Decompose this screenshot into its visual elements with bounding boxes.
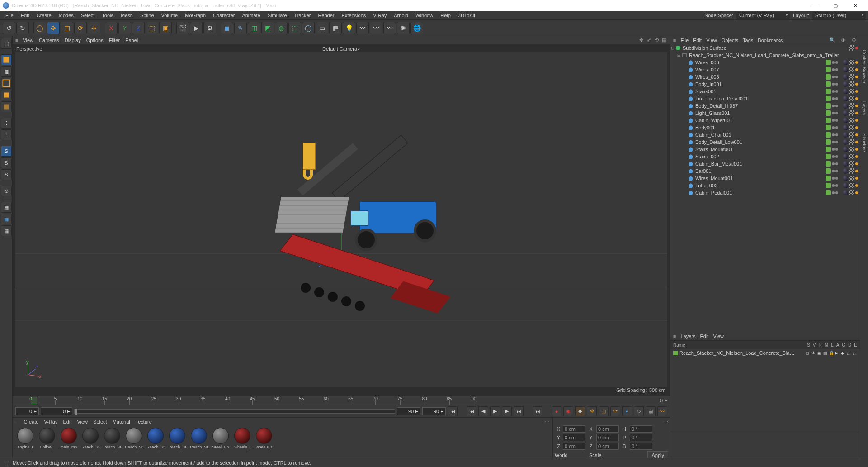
add-environment-button[interactable]: ◍ xyxy=(275,22,288,34)
vray-tag-icon[interactable] xyxy=(855,76,858,78)
obj-menu-view[interactable]: View xyxy=(706,38,717,43)
tree-row[interactable]: Light_Glass001 xyxy=(670,110,860,117)
tag-icon[interactable] xyxy=(849,45,854,51)
mat-menu-view[interactable]: View xyxy=(77,419,88,424)
menu-3dtoall[interactable]: 3DToAll xyxy=(454,12,479,19)
size-x-input[interactable]: 0 cm xyxy=(596,425,619,433)
menu-mograph[interactable]: MoGraph xyxy=(181,12,209,19)
undo-button[interactable]: ↺ xyxy=(3,22,15,34)
obj-menu-tags[interactable]: Tags xyxy=(743,38,753,43)
recent-tool[interactable]: ✢ xyxy=(88,22,100,34)
tree-row[interactable]: Tire_Traction_Detail001 xyxy=(670,95,860,102)
uvw-tag-icon[interactable] xyxy=(849,176,854,181)
live-select-tool[interactable]: ◯ xyxy=(33,22,46,34)
add-deformer-button[interactable]: ◩ xyxy=(261,22,274,34)
material-tag-icon[interactable] xyxy=(843,139,848,145)
add-cube-button[interactable]: ◼ xyxy=(221,22,233,34)
om-search-icon[interactable]: 🔍 xyxy=(829,37,835,43)
vp-pan-icon[interactable]: ✥ xyxy=(638,37,644,43)
uvw-tag-icon[interactable] xyxy=(849,103,854,109)
add-volume-button[interactable]: ▦ xyxy=(329,22,342,34)
layer-tag-icon[interactable] xyxy=(826,176,831,181)
viewport[interactable]: Perspective Default Camera✶ xyxy=(13,44,670,396)
uvw-tag-icon[interactable] xyxy=(849,168,854,174)
gear-button[interactable]: ✺ xyxy=(397,22,410,34)
layer-tag-icon[interactable] xyxy=(826,67,831,72)
vp-menu-cameras[interactable]: Cameras xyxy=(39,38,59,43)
grid-button-2[interactable]: ▦ xyxy=(1,225,12,236)
material-tag-icon[interactable] xyxy=(843,67,848,72)
uvw-tag-icon[interactable] xyxy=(849,161,854,167)
object-tree[interactable]: ⊟Subdivision Surface⊟Reach_Stacker_NC_Ni… xyxy=(670,44,860,332)
menu-render[interactable]: Render xyxy=(314,12,338,19)
layer-menu-layers[interactable]: Layers xyxy=(680,334,695,339)
tab-structure[interactable]: Structure xyxy=(862,133,867,152)
vray-tag-icon[interactable] xyxy=(855,126,858,129)
autokey-button[interactable]: ◉ xyxy=(563,406,573,416)
frame-start-input[interactable]: 0 F xyxy=(15,407,39,415)
uvw-tag-icon[interactable] xyxy=(849,154,854,159)
vp-zoom-icon[interactable]: ⤢ xyxy=(646,37,652,43)
layer-tag-icon[interactable] xyxy=(826,139,831,145)
layer-flag-l[interactable]: 🔒 xyxy=(829,351,834,355)
uvw-tag-icon[interactable] xyxy=(849,60,854,65)
vray-tag-icon[interactable] xyxy=(855,68,858,71)
vp-menu-display[interactable]: Display xyxy=(65,38,81,43)
rot-h-input[interactable]: 0 ° xyxy=(630,425,652,433)
tree-row[interactable]: Body_Detail_Low001 xyxy=(670,138,860,146)
tree-row[interactable]: ⊟Reach_Stacker_NC_Nielsen_Load_Concrete_… xyxy=(670,52,860,59)
tree-row[interactable]: Stairs_002 xyxy=(670,153,860,160)
layer-menu-view[interactable]: View xyxy=(713,334,724,339)
scale-tool[interactable]: ◫ xyxy=(61,22,73,34)
edges-mode-button[interactable]: └ xyxy=(1,129,12,140)
menu-tools[interactable]: Tools xyxy=(98,12,117,19)
menu-v-ray[interactable]: V-Ray xyxy=(369,12,390,19)
material-tag-icon[interactable] xyxy=(843,96,848,101)
vray-tag-icon[interactable] xyxy=(855,177,858,180)
key-scale-button[interactable]: ◫ xyxy=(599,406,609,416)
material-tag-icon[interactable] xyxy=(843,103,848,109)
uvw-tag-icon[interactable] xyxy=(849,147,854,152)
tree-row[interactable]: Cabin_Wiper001 xyxy=(670,117,860,124)
goto-start-button[interactable]: ⏮ xyxy=(448,406,458,416)
menu-animate[interactable]: Animate xyxy=(238,12,264,19)
layer-tag-icon[interactable] xyxy=(826,168,831,174)
material-item[interactable]: wheels_r xyxy=(254,428,274,456)
menu-mesh[interactable]: Mesh xyxy=(117,12,137,19)
render-region-button[interactable]: ▶ xyxy=(190,22,203,34)
mat-menu-texture[interactable]: Texture xyxy=(136,419,152,424)
make-editable-button[interactable]: ⬚ xyxy=(1,38,12,49)
layer-row[interactable]: Reach_Stacker_NC_Nielsen_Load_Concrete_S… xyxy=(670,349,860,357)
vp-orbit-icon[interactable]: ⟲ xyxy=(653,37,660,43)
menu-help[interactable]: Help xyxy=(437,12,454,19)
tab-content-browser[interactable]: Content Browser xyxy=(862,50,867,83)
key-param-button[interactable]: P xyxy=(622,406,632,416)
uvw-tag-icon[interactable] xyxy=(849,110,854,116)
material-item[interactable]: wheels_l xyxy=(232,428,252,456)
layer-tag-icon[interactable] xyxy=(826,74,831,80)
render-settings-button[interactable]: ⚙ xyxy=(203,22,216,34)
layer-tag-icon[interactable] xyxy=(826,183,831,188)
layer-tag-icon[interactable] xyxy=(826,147,831,152)
vp-layout-icon[interactable]: ▦ xyxy=(661,37,667,43)
material-item[interactable]: Reach_St xyxy=(189,428,209,456)
layer-tag-icon[interactable] xyxy=(826,81,831,87)
vray-tag-icon[interactable] xyxy=(855,90,858,93)
tree-row[interactable]: Body001 xyxy=(670,124,860,131)
uvw-tag-icon[interactable] xyxy=(849,96,854,101)
mat-menu-v-ray[interactable]: V-Ray xyxy=(44,419,57,424)
material-item[interactable]: main_mo xyxy=(59,428,79,456)
vray-tag-icon[interactable] xyxy=(855,83,858,86)
menu-volume[interactable]: Volume xyxy=(158,12,182,19)
workplane-mode-button[interactable] xyxy=(1,78,12,89)
workplane-button[interactable]: ▦ xyxy=(1,202,12,213)
layer-tag-icon[interactable] xyxy=(826,161,831,167)
layer-tag-icon[interactable] xyxy=(826,89,831,94)
uvw-tag-icon[interactable] xyxy=(849,89,854,94)
layer-flag-s[interactable]: ◻ xyxy=(806,351,810,355)
node-space-dropdown[interactable]: Current (V-Ray) xyxy=(736,12,790,19)
coord-x-input[interactable]: 0 cm xyxy=(563,425,585,433)
obj-menu-objects[interactable]: Objects xyxy=(722,38,738,43)
uvw-tag-icon[interactable] xyxy=(849,118,854,123)
render-view-button[interactable]: 🎬 xyxy=(176,22,189,34)
